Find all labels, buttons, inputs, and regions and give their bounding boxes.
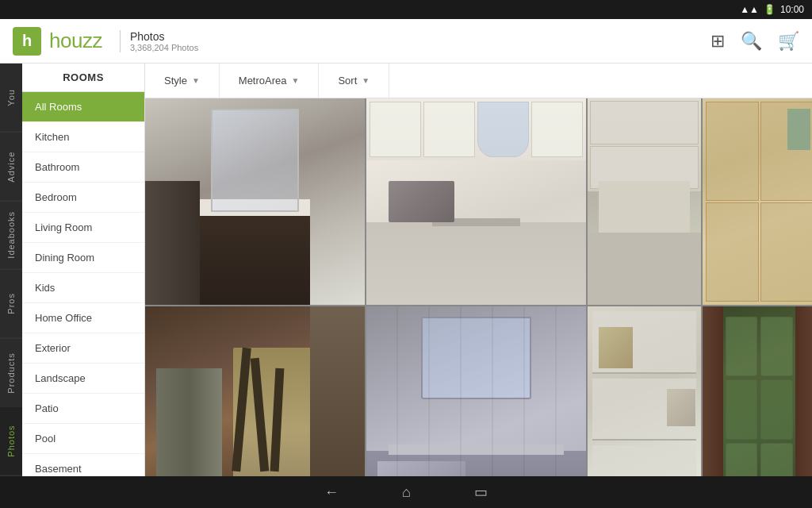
photo-cell-1[interactable] — [145, 98, 365, 305]
status-icons: ▲▲ 🔋 10:00 — [740, 4, 804, 15]
room-item-patio[interactable]: Patio — [22, 394, 144, 424]
photo-cell-3[interactable] — [588, 98, 701, 305]
room-item-bedroom[interactable]: Bedroom — [22, 183, 144, 213]
filter-metro-area[interactable]: MetroArea ▼ — [220, 64, 320, 98]
filter-bar: Style ▼ MetroArea ▼ Sort ▼ — [145, 64, 812, 98]
room-item-home-office[interactable]: Home Office — [22, 303, 144, 333]
metro-label: MetroArea — [239, 75, 287, 87]
photos-title: Photos — [130, 30, 198, 43]
room-list: ROOMS All Rooms Kitchen Bathroom Bedroom… — [22, 64, 145, 476]
bottom-bar: ← ⌂ ▭ — [0, 476, 812, 508]
logo-area: h houzz Photos 3,368,204 Photos — [13, 27, 710, 56]
style-arrow-icon: ▼ — [192, 76, 200, 85]
room-item-living-room[interactable]: Living Room — [22, 213, 144, 243]
sidebar-item-products[interactable]: Products — [0, 339, 22, 408]
sidebar-item-photos[interactable]: Photos — [0, 407, 22, 476]
photo-cell-5[interactable] — [145, 306, 365, 476]
photos-count: 3,368,204 Photos — [130, 43, 198, 52]
top-bar: h houzz Photos 3,368,204 Photos ⊞ 🔍 🛒 — [0, 19, 812, 64]
photo-cell-8[interactable] — [703, 306, 812, 476]
wifi-icon: ▲▲ — [740, 4, 759, 15]
room-item-all-rooms[interactable]: All Rooms — [22, 92, 144, 122]
battery-icon: 🔋 — [764, 4, 776, 15]
photo-grid — [145, 98, 812, 476]
sidebar-item-advice[interactable]: Advice — [0, 133, 22, 202]
photos-info: Photos 3,368,204 Photos — [120, 30, 198, 52]
photo-cell-4[interactable] — [703, 98, 812, 305]
room-item-kids[interactable]: Kids — [22, 273, 144, 303]
home-nav-icon[interactable]: ⌂ — [402, 484, 411, 501]
back-nav-icon[interactable]: ← — [324, 484, 339, 501]
sidebar-item-ideabooks[interactable]: Ideabooks — [0, 201, 22, 270]
time-display: 10:00 — [780, 4, 804, 15]
recent-apps-icon[interactable]: ▭ — [474, 483, 488, 501]
houzz-logo-icon: h — [13, 27, 41, 56]
photo-cell-2[interactable] — [366, 98, 586, 305]
room-item-kitchen[interactable]: Kitchen — [22, 122, 144, 152]
side-tabs: You Advice Ideabooks Pros Products Photo… — [0, 64, 22, 476]
room-item-landscape[interactable]: Landscape — [22, 364, 144, 394]
status-bar: ▲▲ 🔋 10:00 — [0, 0, 812, 19]
room-item-basement[interactable]: Basement — [22, 454, 144, 476]
room-item-exterior[interactable]: Exterior — [22, 333, 144, 364]
cart-icon[interactable]: 🛒 — [778, 31, 799, 52]
sort-label: Sort — [338, 75, 357, 87]
sort-arrow-icon: ▼ — [362, 76, 370, 85]
search-icon[interactable]: 🔍 — [741, 31, 762, 52]
room-item-pool[interactable]: Pool — [22, 424, 144, 454]
room-item-dining-room[interactable]: Dining Room — [22, 243, 144, 273]
room-item-bathroom[interactable]: Bathroom — [22, 152, 144, 183]
top-bar-icons: ⊞ 🔍 🛒 — [710, 31, 799, 52]
filter-style[interactable]: Style ▼ — [145, 64, 220, 98]
sidebar-item-pros[interactable]: Pros — [0, 270, 22, 339]
room-list-header: ROOMS — [22, 64, 144, 92]
photo-cell-7[interactable] — [588, 306, 701, 476]
metro-arrow-icon: ▼ — [292, 76, 300, 85]
style-label: Style — [164, 75, 187, 87]
filter-sort[interactable]: Sort ▼ — [319, 64, 389, 98]
houzz-logo-text: houzz — [49, 29, 102, 53]
sidebar-item-you[interactable]: You — [0, 64, 22, 133]
photo-cell-6[interactable] — [366, 306, 586, 476]
grid-icon[interactable]: ⊞ — [710, 31, 725, 52]
